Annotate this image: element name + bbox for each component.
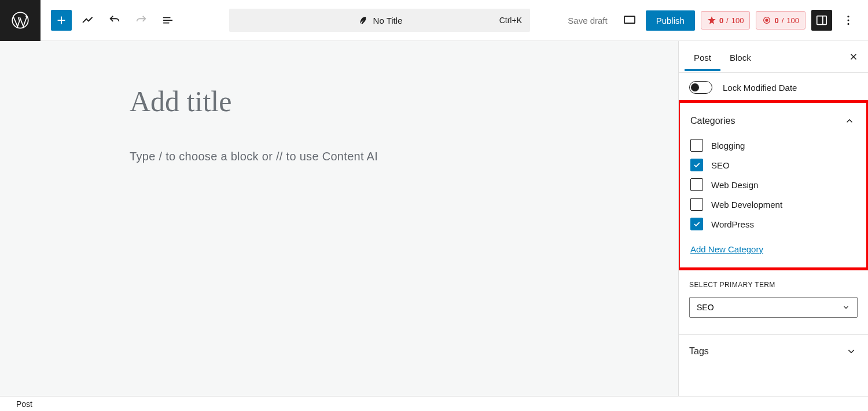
post-title-input[interactable]: Add title (130, 85, 558, 118)
undo-icon[interactable] (104, 10, 125, 31)
main-area: Add title Type / to choose a block or //… (0, 41, 868, 396)
editor-canvas[interactable]: Add title Type / to choose a block or //… (0, 41, 678, 396)
primary-term-section: SELECT PRIMARY TERM SEO (679, 270, 868, 335)
svg-point-3 (766, 19, 768, 21)
tags-panel-header[interactable]: Tags (679, 335, 868, 368)
redo-icon[interactable] (131, 10, 152, 31)
category-item: Web Development (690, 198, 856, 211)
tags-title: Tags (689, 346, 709, 357)
wordpress-logo[interactable] (0, 0, 41, 41)
settings-panel-toggle[interactable] (811, 10, 832, 31)
category-label: Blogging (711, 141, 745, 151)
category-item: WordPress (690, 218, 856, 230)
categories-panel-header[interactable]: Categories (690, 113, 856, 127)
svg-rect-1 (624, 16, 635, 23)
settings-sidebar: Post Block Lock Modified Date Categories… (678, 41, 868, 396)
save-draft-button[interactable]: Save draft (562, 12, 613, 29)
target-icon (762, 16, 771, 25)
command-bar[interactable]: No Title Ctrl+K (229, 9, 530, 32)
category-checkbox[interactable] (690, 198, 703, 211)
seo-icon (707, 16, 716, 25)
category-label: Web Design (711, 180, 758, 190)
close-sidebar-button[interactable] (845, 48, 862, 65)
chevron-down-icon (842, 303, 850, 311)
category-checkbox[interactable] (690, 218, 703, 230)
primary-term-select[interactable]: SEO (689, 297, 858, 318)
category-checkbox[interactable] (690, 178, 703, 191)
command-title: No Title (373, 16, 403, 25)
svg-point-5 (847, 16, 849, 17)
category-checkbox[interactable] (690, 159, 703, 171)
categories-panel: Categories BloggingSEOWeb DesignWeb Deve… (678, 100, 868, 270)
publish-button[interactable]: Publish (646, 10, 695, 31)
add-block-button[interactable] (51, 10, 72, 31)
chevron-up-icon (843, 115, 856, 127)
svg-point-6 (847, 19, 849, 21)
document-overview-icon[interactable] (157, 10, 178, 31)
seo-score-pill-2[interactable]: 0 / 100 (756, 11, 806, 30)
category-checkbox[interactable] (690, 139, 703, 152)
categories-list: BloggingSEOWeb DesignWeb DevelopmentWord… (690, 139, 856, 230)
svg-point-7 (847, 23, 849, 25)
primary-term-value: SEO (697, 303, 714, 312)
seo-score-pill-1[interactable]: 0 / 100 (701, 11, 751, 30)
category-item: Blogging (690, 139, 856, 152)
category-label: WordPress (711, 219, 754, 229)
feather-icon (357, 15, 367, 25)
top-toolbar: No Title Ctrl+K Save draft Publish 0 / 1… (0, 0, 868, 41)
tools-icon[interactable] (78, 10, 98, 31)
category-label: SEO (711, 160, 730, 170)
tab-post[interactable]: Post (685, 43, 720, 71)
lock-modified-label: Lock Modified Date (723, 83, 797, 93)
tab-block[interactable]: Block (720, 43, 760, 71)
lock-modified-row: Lock Modified Date (679, 73, 868, 102)
chevron-down-icon (845, 345, 858, 358)
preview-button[interactable] (619, 10, 640, 31)
categories-title: Categories (690, 116, 735, 126)
more-options-button[interactable] (838, 10, 859, 31)
lock-modified-toggle[interactable] (689, 81, 712, 94)
breadcrumb[interactable]: Post (0, 396, 868, 411)
category-item: SEO (690, 159, 856, 171)
category-label: Web Development (711, 200, 782, 210)
category-item: Web Design (690, 178, 856, 191)
command-shortcut: Ctrl+K (499, 16, 522, 25)
content-placeholder[interactable]: Type / to choose a block or // to use Co… (130, 150, 558, 163)
add-new-category-link[interactable]: Add New Category (690, 244, 763, 254)
sidebar-tabs: Post Block (679, 41, 868, 73)
svg-rect-4 (817, 16, 827, 25)
primary-term-label: SELECT PRIMARY TERM (689, 281, 858, 289)
